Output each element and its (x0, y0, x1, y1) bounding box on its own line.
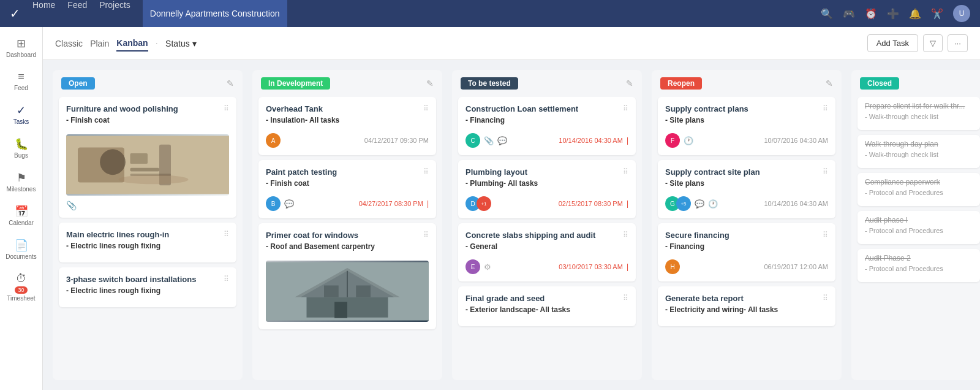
card-date: 04/12/2017 09:30 PM (364, 137, 429, 144)
tab-classic[interactable]: Classic (55, 36, 83, 51)
card-date: 06/19/2017 12:00 AM (764, 263, 828, 270)
card-paint-patch[interactable]: Paint patch testing - Finish coat ⠿ B 💬 … (258, 160, 436, 218)
card-image-desk (66, 134, 229, 196)
card-furniture-polishing[interactable]: Furniture and wood polishing - Finish co… (59, 97, 236, 218)
clock-icon: 🕐 (708, 199, 718, 208)
sidebar-label-calendar: Calendar (9, 220, 34, 226)
indev-edit-icon[interactable]: ✎ (426, 78, 434, 88)
indev-badge: In Development (261, 77, 330, 90)
card-final-grade[interactable]: Final grade and seed - Exterior landscap… (458, 286, 636, 326)
sidebar-item-feed[interactable]: ≡ Feed (0, 66, 42, 96)
card-title: Prepare client list for walk thr... (865, 102, 973, 110)
card-generate-beta[interactable]: Generate beta report - Electricity and w… (658, 286, 835, 326)
card-supply-plans[interactable]: Supply contract plans - Site plans ⠿ F 🕐… (658, 97, 835, 155)
card-date: 04/27/2017 08:30 PM (359, 200, 423, 207)
column-tobetested: To be tested ✎ Construction Loan settlem… (452, 70, 642, 380)
avatar[interactable]: U (953, 5, 970, 22)
tab-plain[interactable]: Plain (90, 36, 109, 51)
sidebar-label-timesheet: Timesheet (7, 295, 35, 302)
avatar: C (466, 133, 480, 148)
card-secure-financing[interactable]: Secure financing - Financing ⠿ H 06/19/2… (658, 223, 835, 281)
card-subtitle: - Electric lines rough fixing (66, 286, 196, 295)
card-footer: C 📎 💬 10/14/2016 04:30 AM | (466, 133, 628, 148)
avatar-group: D +1 (466, 196, 491, 211)
nav-feed[interactable]: Feed (67, 0, 87, 27)
avatar-count: +1 (477, 196, 491, 211)
card-construction-loan[interactable]: Construction Loan settlement - Financing… (458, 97, 636, 155)
open-badge: Open (61, 77, 95, 90)
card-concrete-slabs[interactable]: Concrete slabs shipping and audit - Gene… (458, 223, 636, 281)
settings-icon: ⚙ (484, 262, 491, 272)
overdue-marker: | (627, 136, 628, 145)
card-overhead-tank[interactable]: Overhead Tank - Insulation- All tasks ⠿ … (258, 97, 436, 155)
card-title: Walk-through day plan (865, 140, 973, 148)
card-audit-phase1[interactable]: Audit phase I - Protocol and Procedures (858, 211, 980, 244)
overdue-marker: | (427, 199, 429, 208)
drag-handle: ⠿ (823, 231, 828, 256)
card-title: Plumbing layout (466, 167, 538, 177)
drag-handle: ⠿ (623, 231, 628, 256)
plus-icon[interactable]: ➕ (887, 8, 899, 20)
tobetested-edit-icon[interactable]: ✎ (626, 78, 633, 88)
tab-kanban[interactable]: Kanban (116, 36, 148, 52)
search-icon[interactable]: 🔍 (821, 8, 833, 20)
card-client-list[interactable]: Prepare client list for walk thr... - Wa… (858, 97, 980, 130)
sidebar-label-documents: Documents (6, 253, 37, 260)
card-footer: E ⚙ 03/10/2017 03:30 AM | (466, 259, 628, 274)
content: Classic Plain Kanban · Status ▾ Add Task… (43, 27, 980, 390)
sidebar-item-documents[interactable]: 📄 Documents (0, 234, 42, 265)
nav-project-active[interactable]: Donnelly Apartments Construction (143, 0, 287, 27)
card-footer: H 06/19/2017 12:00 AM (665, 259, 828, 274)
gamepad-icon[interactable]: 🎮 (843, 8, 855, 20)
bugs-icon: 🐛 (15, 137, 28, 151)
card-date: 10/14/2016 04:30 AM (559, 137, 623, 144)
card-image-roof (266, 261, 429, 322)
open-edit-icon[interactable]: ✎ (227, 78, 234, 88)
filter-button[interactable]: ▽ (923, 34, 943, 52)
svg-rect-13 (324, 286, 339, 297)
card-subtitle: - Walk-through check list (865, 151, 973, 158)
sidebar-item-timesheet[interactable]: ⏱ 30 Timesheet (0, 267, 42, 307)
sidebar-item-tasks[interactable]: ✓ Tasks (0, 99, 42, 130)
sidebar: ⊞ Dashboard ≡ Feed ✓ Tasks 🐛 Bugs ⚑ Mile… (0, 27, 43, 390)
card-audit-phase2[interactable]: Audit Phase 2 - Protocol and Procedures (858, 249, 980, 282)
dashboard-icon: ⊞ (17, 37, 26, 50)
card-switchboard[interactable]: 3-phase switch board installations - Ele… (59, 267, 236, 307)
bell-icon[interactable]: 🔔 (909, 8, 921, 20)
clock-icon[interactable]: ⏰ (865, 8, 877, 20)
avatar: E (466, 259, 480, 274)
sidebar-item-calendar[interactable]: 📅 Calendar (0, 200, 42, 231)
nav-home[interactable]: Home (32, 0, 55, 27)
sidebar-item-bugs[interactable]: 🐛 Bugs (0, 132, 42, 164)
card-supply-site-plan[interactable]: Supply contract site plan - Site plans ⠿… (658, 160, 835, 218)
add-task-button[interactable]: Add Task (867, 34, 918, 52)
card-compliance[interactable]: Compliance paperwork - Protocol and Proc… (858, 173, 980, 206)
nav-logo: ✓ (10, 6, 20, 21)
drag-handle: ⠿ (224, 230, 229, 255)
sidebar-label-tasks: Tasks (13, 118, 29, 125)
card-title: Audit phase I (865, 216, 973, 224)
main-layout: ⊞ Dashboard ≡ Feed ✓ Tasks 🐛 Bugs ⚑ Mile… (0, 27, 980, 390)
card-plumbing-layout[interactable]: Plumbing layout - Plumbing- All tasks ⠿ … (458, 160, 636, 218)
card-title: Generate beta report (665, 294, 778, 303)
card-primer-coat[interactable]: Primer coat for windows - Roof and Basem… (258, 223, 436, 329)
nav-projects[interactable]: Projects (99, 0, 130, 27)
more-options-button[interactable]: ··· (948, 34, 968, 52)
card-title: Secure financing (665, 231, 729, 240)
reopen-edit-icon[interactable]: ✎ (826, 78, 833, 88)
comment-icon: 💬 (497, 136, 507, 145)
column-indev: In Development ✎ Overhead Tank - Insulat… (252, 70, 442, 380)
drag-handle: ⠿ (823, 167, 828, 193)
card-title: 3-phase switch board installations (66, 275, 196, 284)
card-footer: B 💬 04/27/2017 08:30 PM | (266, 196, 429, 211)
card-electric-lines[interactable]: Main electric lines rough-in - Electric … (59, 223, 236, 262)
card-subtitle: - Electric lines rough fixing (66, 242, 169, 250)
sidebar-item-milestones[interactable]: ⚑ Milestones (0, 166, 42, 197)
card-walkthrough-plan[interactable]: Walk-through day plan - Walk-through che… (858, 135, 980, 168)
card-date: 10/07/2016 04:30 AM (764, 137, 828, 144)
sidebar-item-dashboard[interactable]: ⊞ Dashboard (0, 32, 42, 63)
nav-links: Home Feed Projects Donnelly Apartments C… (32, 0, 287, 27)
scissors-icon[interactable]: ✂️ (931, 8, 943, 20)
status-filter[interactable]: Status ▾ (165, 39, 197, 48)
card-subtitle: - Site plans (665, 179, 760, 188)
